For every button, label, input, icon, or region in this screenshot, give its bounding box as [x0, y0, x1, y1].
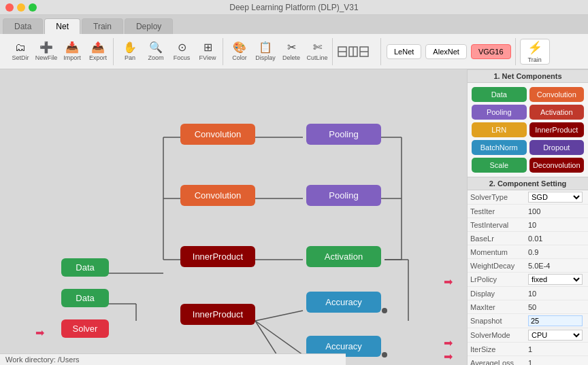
- export-button[interactable]: 📤 Export: [86, 39, 110, 65]
- import-label: Import: [63, 54, 81, 61]
- solvertype-row: SolverType SGDAdam: [468, 190, 588, 205]
- comp-convolution-button[interactable]: Convolution: [529, 87, 585, 102]
- newfile-label: NewFile: [35, 54, 58, 61]
- testinterval-label: TestInterval: [468, 218, 525, 232]
- import-button[interactable]: 📥 Import: [60, 39, 84, 65]
- traffic-lights: [5, 3, 37, 12]
- close-button[interactable]: [5, 3, 14, 12]
- settings-title: 2. Component Setting: [468, 177, 588, 190]
- maximize-button[interactable]: [29, 3, 37, 12]
- delete-icon: ✂: [287, 42, 296, 53]
- act1-node[interactable]: Activation: [306, 246, 381, 267]
- itersize-label: IterSize: [468, 343, 525, 356]
- canvas-area[interactable]: Convolution Pooling Convolution Pooling …: [0, 69, 467, 365]
- align-icons: [337, 41, 378, 62]
- comp-deconvolution-button[interactable]: Deconvolution: [529, 158, 585, 173]
- solver-arrow: ➡: [35, 326, 44, 339]
- svg-line-10: [255, 321, 303, 355]
- tab-deploy[interactable]: Deploy: [125, 18, 173, 34]
- momentum-label: Momentum: [468, 245, 525, 259]
- lrpolicy-value[interactable]: fixedstep: [525, 273, 588, 287]
- comp-innerproduct-button[interactable]: InnerProduct: [529, 122, 585, 137]
- export-icon: 📤: [91, 42, 105, 53]
- solvermode-label: SolverMode: [468, 328, 525, 343]
- display-arrow: ➡: [444, 336, 453, 349]
- averageloss-value: 1: [525, 356, 588, 366]
- display-value: 10: [525, 287, 588, 300]
- testinterval-value: 10: [525, 218, 588, 232]
- snapshot-label: Snapshot: [468, 314, 525, 328]
- conv1-node[interactable]: Convolution: [180, 124, 255, 145]
- maxiter-row: MaxIter 50: [468, 300, 588, 314]
- baselr-row: BaseLr 0.01: [468, 232, 588, 245]
- align-tools: [334, 38, 381, 65]
- settings-table: SolverType SGDAdam TestIter 100 TestInte…: [468, 190, 588, 365]
- zoom-icon: 🔍: [149, 42, 163, 53]
- color-button[interactable]: 🎨 Color: [227, 39, 252, 65]
- toolbar: 🗂 SetDir ➕ NewFile 📥 Import 📤 Export ✋ P…: [0, 34, 588, 69]
- display-row: Display 10: [468, 287, 588, 300]
- fview-button[interactable]: ⊞ FView: [195, 39, 220, 65]
- comp-batchnorm-button[interactable]: BatchNorm: [472, 140, 527, 155]
- tab-train[interactable]: Train: [82, 18, 123, 34]
- lenet-button[interactable]: LeNet: [387, 44, 421, 59]
- comp-scale-button[interactable]: Scale: [472, 158, 527, 173]
- settings-scroll[interactable]: SolverType SGDAdam TestIter 100 TestInte…: [468, 190, 588, 365]
- conv2-node[interactable]: Convolution: [180, 185, 255, 206]
- delete-button[interactable]: ✂ Delete: [279, 39, 304, 65]
- data1-node[interactable]: Data: [61, 258, 109, 277]
- comp-pooling-button[interactable]: Pooling: [472, 105, 527, 120]
- zoom-label: Zoom: [148, 54, 163, 61]
- pool2-node[interactable]: Pooling: [306, 185, 381, 206]
- data2-node[interactable]: Data: [61, 289, 109, 307]
- display-icon: 📋: [259, 42, 272, 53]
- zoom-button[interactable]: 🔍 Zoom: [144, 39, 168, 65]
- net-buttons-group: LeNet AlexNet VGG16: [382, 38, 516, 65]
- solvertype-select[interactable]: SGDAdam: [528, 192, 583, 203]
- solvertype-value[interactable]: SGDAdam: [525, 190, 588, 205]
- solvermode-value[interactable]: CPUGPU: [525, 328, 588, 343]
- solvermode-select[interactable]: CPUGPU: [528, 330, 583, 341]
- baselr-value: 0.01: [525, 232, 588, 245]
- pool1-node[interactable]: Pooling: [306, 124, 381, 145]
- minimize-button[interactable]: [17, 3, 25, 12]
- export-label: Export: [89, 54, 107, 61]
- weightdecay-label: WeightDecay: [468, 259, 525, 273]
- svg-point-27: [382, 308, 387, 313]
- focus-button[interactable]: ⊙ Focus: [169, 39, 194, 65]
- snapshot-input[interactable]: [528, 315, 583, 326]
- train-group: ⚡ Train: [517, 38, 553, 65]
- comp-data-button[interactable]: Data: [472, 87, 527, 102]
- pan-button[interactable]: ✋ Pan: [118, 39, 142, 65]
- main-area: Convolution Pooling Convolution Pooling …: [0, 69, 588, 365]
- lrpolicy-select[interactable]: fixedstep: [528, 274, 583, 285]
- averageloss-row: AverageLoss 1: [468, 356, 588, 366]
- itersize-row: IterSize 1: [468, 343, 588, 356]
- comp-lrn-button[interactable]: LRN: [472, 122, 527, 137]
- display-button[interactable]: 📋 Display: [253, 39, 278, 65]
- acc1-node[interactable]: Accuracy: [306, 292, 381, 313]
- component-grid: Data Convolution Pooling Activation LRN …: [468, 83, 588, 177]
- vgg16-button[interactable]: VGG16: [471, 44, 511, 59]
- tab-bar: Data Net Train Deploy: [0, 15, 588, 34]
- color-label: Color: [232, 54, 247, 61]
- pan-label: Pan: [125, 54, 135, 61]
- ip2-node[interactable]: InnerProduct: [180, 304, 255, 325]
- cutline-button[interactable]: ✄ CutLine: [305, 39, 329, 65]
- setdir-button[interactable]: 🗂 SetDir: [8, 39, 33, 65]
- delete-label: Delete: [282, 54, 300, 61]
- svg-point-28: [382, 352, 387, 358]
- tab-net[interactable]: Net: [44, 18, 80, 34]
- display-label: Display: [255, 54, 276, 61]
- status-text: Work directory: /Users: [5, 355, 80, 364]
- snapshot-value[interactable]: [525, 314, 588, 328]
- solver-node[interactable]: Solver: [61, 319, 109, 338]
- newfile-button[interactable]: ➕ NewFile: [34, 39, 59, 65]
- tab-data[interactable]: Data: [3, 18, 43, 34]
- alexnet-button[interactable]: AlexNet: [425, 44, 467, 59]
- comp-activation-button[interactable]: Activation: [529, 105, 585, 120]
- train-button[interactable]: ⚡ Train: [520, 39, 550, 65]
- comp-dropout-button[interactable]: Dropout: [529, 140, 585, 155]
- ip1-node[interactable]: InnerProduct: [180, 246, 255, 267]
- testinterval-row: TestInterval 10: [468, 218, 588, 232]
